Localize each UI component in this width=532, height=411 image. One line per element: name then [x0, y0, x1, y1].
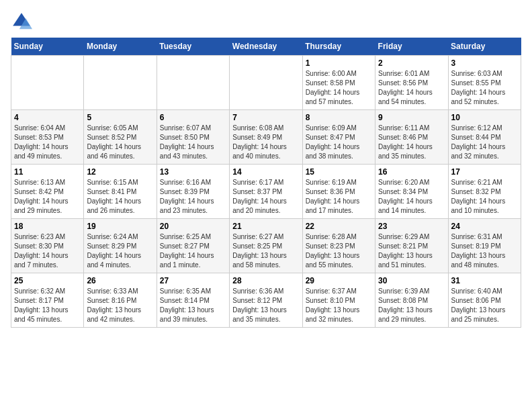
weekday-header-sunday: Sunday — [11, 38, 84, 56]
day-number: 21 — [232, 222, 299, 231]
day-number: 28 — [232, 276, 299, 285]
day-info: Sunrise: 6:11 AM Sunset: 8:46 PM Dayligh… — [378, 124, 445, 161]
day-info: Sunrise: 6:17 AM Sunset: 8:37 PM Dayligh… — [232, 178, 299, 216]
day-number: 10 — [451, 113, 518, 122]
calendar-cell: 13Sunrise: 6:16 AM Sunset: 8:39 PM Dayli… — [157, 165, 229, 219]
day-number: 25 — [14, 276, 81, 285]
calendar-cell: 29Sunrise: 6:37 AM Sunset: 8:10 PM Dayli… — [302, 273, 375, 328]
day-number: 31 — [451, 276, 518, 285]
calendar-cell: 20Sunrise: 6:25 AM Sunset: 8:27 PM Dayli… — [157, 219, 229, 273]
day-info: Sunrise: 6:24 AM Sunset: 8:29 PM Dayligh… — [87, 232, 153, 270]
day-number: 24 — [451, 222, 518, 231]
day-info: Sunrise: 6:16 AM Sunset: 8:39 PM Dayligh… — [160, 178, 226, 216]
calendar-week-row: 4Sunrise: 6:04 AM Sunset: 8:53 PM Daylig… — [11, 110, 521, 165]
day-number: 16 — [378, 167, 445, 177]
calendar-cell: 31Sunrise: 6:40 AM Sunset: 8:06 PM Dayli… — [448, 273, 521, 328]
day-number: 1 — [306, 58, 372, 68]
calendar-cell — [157, 56, 229, 110]
day-number: 19 — [87, 222, 153, 231]
day-info: Sunrise: 6:37 AM Sunset: 8:10 PM Dayligh… — [306, 287, 372, 324]
day-info: Sunrise: 6:08 AM Sunset: 8:49 PM Dayligh… — [232, 124, 299, 161]
calendar-cell: 22Sunrise: 6:28 AM Sunset: 8:23 PM Dayli… — [302, 219, 375, 273]
weekday-header-friday: Friday — [375, 38, 448, 56]
day-info: Sunrise: 6:21 AM Sunset: 8:32 PM Dayligh… — [451, 178, 518, 216]
day-number: 18 — [14, 222, 81, 231]
calendar-cell: 5Sunrise: 6:05 AM Sunset: 8:52 PM Daylig… — [84, 110, 157, 165]
calendar-cell: 16Sunrise: 6:20 AM Sunset: 8:34 PM Dayli… — [375, 165, 448, 219]
weekday-header-monday: Monday — [84, 38, 157, 56]
weekday-header-wednesday: Wednesday — [230, 38, 302, 56]
day-info: Sunrise: 6:20 AM Sunset: 8:34 PM Dayligh… — [378, 178, 445, 216]
day-info: Sunrise: 6:01 AM Sunset: 8:56 PM Dayligh… — [378, 69, 445, 107]
day-number: 6 — [160, 113, 226, 122]
calendar-cell: 12Sunrise: 6:15 AM Sunset: 8:41 PM Dayli… — [84, 165, 157, 219]
day-info: Sunrise: 6:13 AM Sunset: 8:42 PM Dayligh… — [14, 178, 81, 216]
day-number: 30 — [378, 276, 445, 285]
day-info: Sunrise: 6:03 AM Sunset: 8:55 PM Dayligh… — [451, 69, 518, 107]
calendar-cell: 24Sunrise: 6:31 AM Sunset: 8:19 PM Dayli… — [448, 219, 521, 273]
calendar-week-row: 1Sunrise: 6:00 AM Sunset: 8:58 PM Daylig… — [11, 56, 521, 110]
day-number: 11 — [14, 167, 81, 177]
day-number: 3 — [451, 58, 518, 68]
calendar-cell: 1Sunrise: 6:00 AM Sunset: 8:58 PM Daylig… — [302, 56, 375, 110]
day-number: 14 — [232, 167, 299, 177]
day-number: 4 — [14, 113, 81, 122]
calendar-week-row: 25Sunrise: 6:32 AM Sunset: 8:17 PM Dayli… — [11, 273, 521, 328]
day-number: 15 — [306, 167, 372, 177]
day-number: 27 — [160, 276, 226, 285]
calendar-cell: 17Sunrise: 6:21 AM Sunset: 8:32 PM Dayli… — [448, 165, 521, 219]
day-info: Sunrise: 6:09 AM Sunset: 8:47 PM Dayligh… — [306, 124, 372, 161]
calendar-header-row: SundayMondayTuesdayWednesdayThursdayFrid… — [11, 38, 521, 56]
calendar-cell: 28Sunrise: 6:36 AM Sunset: 8:12 PM Dayli… — [230, 273, 302, 328]
calendar-table: SundayMondayTuesdayWednesdayThursdayFrid… — [11, 38, 521, 328]
day-info: Sunrise: 6:15 AM Sunset: 8:41 PM Dayligh… — [87, 178, 153, 216]
calendar-cell: 10Sunrise: 6:12 AM Sunset: 8:44 PM Dayli… — [448, 110, 521, 165]
calendar-cell: 25Sunrise: 6:32 AM Sunset: 8:17 PM Dayli… — [11, 273, 84, 328]
day-number: 26 — [87, 276, 153, 285]
calendar-cell: 15Sunrise: 6:19 AM Sunset: 8:36 PM Dayli… — [302, 165, 375, 219]
day-info: Sunrise: 6:28 AM Sunset: 8:23 PM Dayligh… — [306, 232, 372, 270]
day-number: 9 — [378, 113, 445, 122]
day-number: 29 — [306, 276, 372, 285]
calendar-cell: 21Sunrise: 6:27 AM Sunset: 8:25 PM Dayli… — [230, 219, 302, 273]
calendar-cell: 3Sunrise: 6:03 AM Sunset: 8:55 PM Daylig… — [448, 56, 521, 110]
calendar-cell — [84, 56, 157, 110]
day-info: Sunrise: 6:39 AM Sunset: 8:08 PM Dayligh… — [378, 287, 445, 324]
calendar-cell — [11, 56, 84, 110]
day-info: Sunrise: 6:04 AM Sunset: 8:53 PM Dayligh… — [14, 124, 81, 161]
day-number: 13 — [160, 167, 226, 177]
day-number: 8 — [306, 113, 372, 122]
logo — [11, 11, 35, 32]
day-info: Sunrise: 6:05 AM Sunset: 8:52 PM Dayligh… — [87, 124, 153, 161]
day-info: Sunrise: 6:29 AM Sunset: 8:21 PM Dayligh… — [378, 232, 445, 270]
calendar-cell: 30Sunrise: 6:39 AM Sunset: 8:08 PM Dayli… — [375, 273, 448, 328]
calendar-cell — [230, 56, 302, 110]
calendar-week-row: 11Sunrise: 6:13 AM Sunset: 8:42 PM Dayli… — [11, 165, 521, 219]
day-info: Sunrise: 6:40 AM Sunset: 8:06 PM Dayligh… — [451, 287, 518, 324]
day-info: Sunrise: 6:35 AM Sunset: 8:14 PM Dayligh… — [160, 287, 226, 324]
day-number: 23 — [378, 222, 445, 231]
logo-icon — [11, 11, 32, 32]
day-info: Sunrise: 6:32 AM Sunset: 8:17 PM Dayligh… — [14, 287, 81, 324]
day-info: Sunrise: 6:19 AM Sunset: 8:36 PM Dayligh… — [306, 178, 372, 216]
day-number: 22 — [306, 222, 372, 231]
page-header — [11, 11, 521, 32]
day-info: Sunrise: 6:23 AM Sunset: 8:30 PM Dayligh… — [14, 232, 81, 270]
calendar-cell: 19Sunrise: 6:24 AM Sunset: 8:29 PM Dayli… — [84, 219, 157, 273]
calendar-cell: 26Sunrise: 6:33 AM Sunset: 8:16 PM Dayli… — [84, 273, 157, 328]
day-info: Sunrise: 6:25 AM Sunset: 8:27 PM Dayligh… — [160, 232, 226, 270]
day-info: Sunrise: 6:00 AM Sunset: 8:58 PM Dayligh… — [306, 69, 372, 107]
day-info: Sunrise: 6:36 AM Sunset: 8:12 PM Dayligh… — [232, 287, 299, 324]
calendar-cell: 18Sunrise: 6:23 AM Sunset: 8:30 PM Dayli… — [11, 219, 84, 273]
calendar-week-row: 18Sunrise: 6:23 AM Sunset: 8:30 PM Dayli… — [11, 219, 521, 273]
day-info: Sunrise: 6:33 AM Sunset: 8:16 PM Dayligh… — [87, 287, 153, 324]
calendar-cell: 7Sunrise: 6:08 AM Sunset: 8:49 PM Daylig… — [230, 110, 302, 165]
calendar-cell: 14Sunrise: 6:17 AM Sunset: 8:37 PM Dayli… — [230, 165, 302, 219]
day-info: Sunrise: 6:31 AM Sunset: 8:19 PM Dayligh… — [451, 232, 518, 270]
calendar-cell: 4Sunrise: 6:04 AM Sunset: 8:53 PM Daylig… — [11, 110, 84, 165]
calendar-cell: 9Sunrise: 6:11 AM Sunset: 8:46 PM Daylig… — [375, 110, 448, 165]
day-info: Sunrise: 6:07 AM Sunset: 8:50 PM Dayligh… — [160, 124, 226, 161]
day-info: Sunrise: 6:12 AM Sunset: 8:44 PM Dayligh… — [451, 124, 518, 161]
day-number: 12 — [87, 167, 153, 177]
day-number: 17 — [451, 167, 518, 177]
